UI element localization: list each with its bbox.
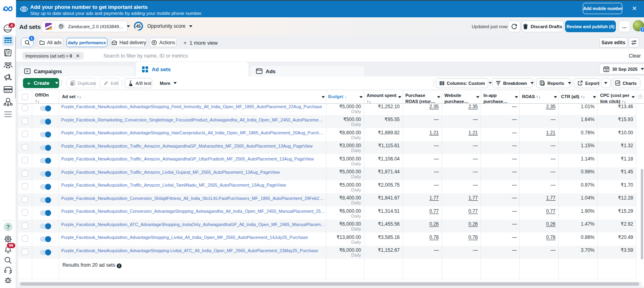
svg-text:45: 45 [136,24,141,29]
